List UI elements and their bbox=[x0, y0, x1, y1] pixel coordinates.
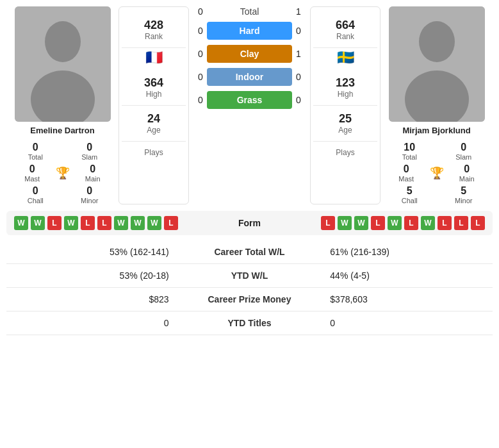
player2-age-value: 25 bbox=[339, 112, 352, 126]
player2-slam-label: Slam bbox=[440, 153, 488, 161]
total-right: 1 bbox=[292, 6, 305, 17]
center-comparison: 0 Total 1 0 Hard 0 0 Clay 1 0 Indoor 0 bbox=[189, 6, 310, 204]
player2-age-stat: 25 Age bbox=[313, 106, 377, 142]
form-badge-l: L bbox=[164, 216, 178, 230]
form-badge-l: L bbox=[471, 216, 485, 230]
main-container: Emeline Dartron 0 Total 0 Slam 0 Mast 🏆 bbox=[0, 0, 499, 342]
form-label: Form bbox=[224, 218, 275, 228]
player2-trophy-row: 0 Mast 🏆 0 Main bbox=[380, 163, 493, 183]
career-wl-row: 53% (162-141) Career Total W/L 61% (216-… bbox=[6, 240, 493, 264]
player1-chall-label: Chall bbox=[12, 197, 60, 204]
player2-bottom-stats: 5 Chall 5 Minor bbox=[380, 185, 493, 204]
player2-mast-label: Mast bbox=[386, 175, 427, 183]
player2-prize: $378,603 bbox=[322, 288, 493, 311]
player1-flag: 🇫🇷 bbox=[145, 49, 163, 66]
form-badge-l: L bbox=[438, 216, 452, 230]
grass-btn: Grass bbox=[207, 91, 292, 109]
player2-age-label: Age bbox=[338, 126, 352, 135]
player2-high-label: High bbox=[338, 90, 354, 99]
player2-career-wl: 61% (216-139) bbox=[322, 240, 493, 264]
titles-label: YTD Titles bbox=[177, 311, 323, 335]
player2-high-stat: 123 High bbox=[313, 70, 377, 106]
player2-name: Mirjam Bjorklund bbox=[402, 126, 470, 135]
clay-left: 0 bbox=[194, 49, 207, 59]
player1-mast-label: Mast bbox=[12, 175, 53, 183]
player2-right-panel: 664 Rank 🇸🇪 123 High 25 Age Plays bbox=[310, 6, 380, 204]
grass-row: 0 Grass 0 bbox=[194, 91, 305, 109]
player2-chall-label: Chall bbox=[386, 197, 434, 204]
player1-total-label: Total bbox=[12, 153, 60, 161]
player1-age-stat: 24 Age bbox=[122, 106, 186, 142]
form-badge-w: W bbox=[338, 216, 352, 230]
player2-titles: 0 bbox=[322, 311, 493, 335]
player2-ytd-wl: 44% (4-5) bbox=[322, 264, 493, 288]
career-wl-label: Career Total W/L bbox=[177, 240, 323, 264]
player1-titles: 0 bbox=[6, 311, 177, 335]
form-badge-l: L bbox=[454, 216, 468, 230]
grass-left: 0 bbox=[194, 95, 207, 105]
form-badge-w: W bbox=[114, 216, 128, 230]
clay-row: 0 Clay 1 bbox=[194, 45, 305, 63]
player1-prize: $823 bbox=[6, 288, 177, 311]
player2-minor-value: 5 bbox=[440, 185, 488, 197]
form-badge-l: L bbox=[97, 216, 111, 230]
player1-high-value: 364 bbox=[144, 76, 163, 90]
player1-age-label: Age bbox=[147, 126, 160, 135]
top-section: Emeline Dartron 0 Total 0 Slam 0 Mast 🏆 bbox=[6, 6, 493, 204]
player2-stats: 10 Total 0 Slam bbox=[380, 142, 493, 161]
player1-main-value: 0 bbox=[72, 163, 114, 175]
total-row: 0 Total 1 bbox=[194, 6, 305, 17]
indoor-left: 0 bbox=[194, 72, 207, 82]
player1-card: Emeline Dartron 0 Total 0 Slam 0 Mast 🏆 bbox=[6, 6, 119, 204]
form-badge-l: L bbox=[321, 216, 335, 230]
player2-flag: 🇸🇪 bbox=[337, 49, 354, 66]
form-badge-l: L bbox=[371, 216, 385, 230]
player2-card: Mirjam Bjorklund 10 Total 0 Slam 0 Mast … bbox=[380, 6, 493, 204]
indoor-row: 0 Indoor 0 bbox=[194, 68, 305, 86]
form-badge-w: W bbox=[131, 216, 145, 230]
player1-slam-value: 0 bbox=[66, 142, 114, 153]
player1-trophy-icon: 🏆 bbox=[56, 166, 70, 180]
player2-trophy-icon: 🏆 bbox=[430, 166, 444, 180]
player1-ytd-wl: 53% (20-18) bbox=[6, 264, 177, 288]
form-badge-w: W bbox=[14, 216, 28, 230]
player2-main-value: 0 bbox=[446, 163, 488, 175]
player2-rank-value: 664 bbox=[336, 19, 355, 32]
player1-plays-stat: Plays bbox=[122, 142, 186, 163]
prize-row: $823 Career Prize Money $378,603 bbox=[6, 288, 493, 311]
svg-point-4 bbox=[419, 21, 455, 62]
clay-btn: Clay bbox=[207, 45, 292, 63]
player2-photo bbox=[389, 6, 485, 122]
player1-middle-panel: 428 Rank 🇫🇷 364 High 24 Age Plays bbox=[119, 6, 189, 204]
player1-chall-value: 0 bbox=[12, 185, 60, 197]
player2-chall-value: 5 bbox=[386, 185, 434, 197]
hard-right: 0 bbox=[292, 26, 305, 36]
player2-rank-stat: 664 Rank bbox=[313, 12, 377, 48]
clay-right: 1 bbox=[292, 49, 305, 59]
ytd-wl-row: 53% (20-18) YTD W/L 44% (4-5) bbox=[6, 264, 493, 288]
form-section: WWLWLLWWWL Form LWWLWLWLLL bbox=[6, 211, 493, 235]
player1-rank-value: 428 bbox=[144, 19, 163, 32]
hard-btn: Hard bbox=[207, 22, 292, 40]
form-badge-w: W bbox=[147, 216, 161, 230]
player2-minor-label: Minor bbox=[440, 197, 488, 204]
hard-left: 0 bbox=[194, 26, 207, 36]
player1-age-value: 24 bbox=[147, 112, 160, 126]
stats-table: 53% (162-141) Career Total W/L 61% (216-… bbox=[6, 240, 493, 335]
player1-mast-value: 0 bbox=[12, 163, 53, 175]
player1-rank-stat: 428 Rank bbox=[122, 12, 186, 48]
form-badge-w: W bbox=[31, 216, 45, 230]
hard-row: 0 Hard 0 bbox=[194, 22, 305, 40]
ytd-wl-label: YTD W/L bbox=[177, 264, 323, 288]
player1-minor-value: 0 bbox=[66, 185, 114, 197]
player2-plays-stat: Plays bbox=[313, 142, 377, 163]
player1-total-value: 0 bbox=[12, 142, 60, 153]
total-label: Total bbox=[207, 6, 292, 17]
player1-bottom-stats: 0 Chall 0 Minor bbox=[6, 185, 119, 204]
player1-name: Emeline Dartron bbox=[30, 126, 94, 135]
player1-high-stat: 364 High bbox=[122, 70, 186, 106]
form-badge-w: W bbox=[388, 216, 402, 230]
player1-rank-label: Rank bbox=[145, 32, 163, 41]
player2-total-label: Total bbox=[386, 153, 434, 161]
player2-total-value: 10 bbox=[386, 142, 434, 153]
